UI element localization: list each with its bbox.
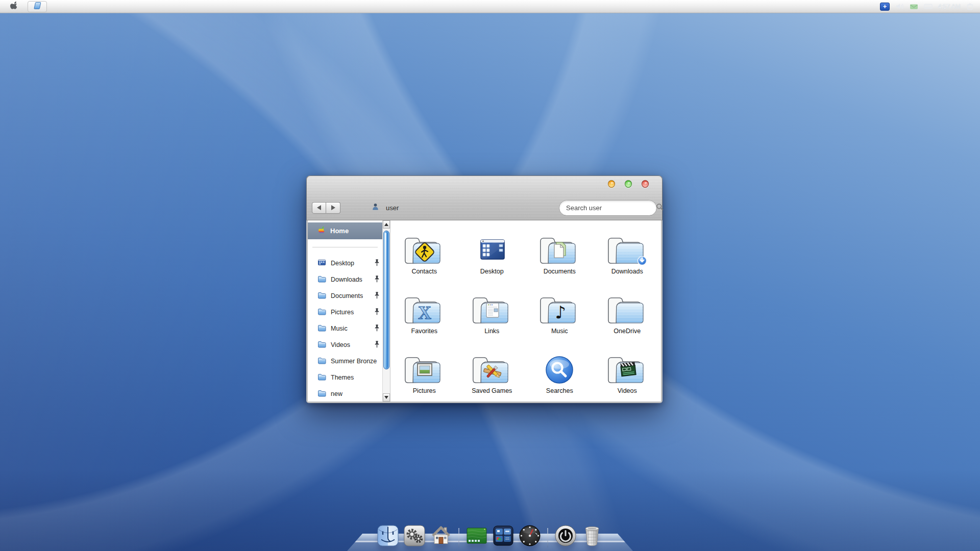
svg-text:♪: ♪ [555,302,566,322]
folder-document [538,226,581,266]
menubar-clock: 4:57 AM [938,3,961,10]
folder-item-label: Downloads [611,268,643,275]
folder-item-contacts[interactable]: Contacts [390,223,458,283]
folder-contacts-sign [403,226,446,266]
sidebar-item-downloads[interactable]: Downloads [308,271,382,288]
mini-folder-icon [317,340,326,349]
folder-item-label: Pictures [413,387,436,394]
folder-item-label: Links [484,328,499,335]
mini-desktop-icon [317,259,326,268]
folder-item-onedrive[interactable]: OneDrive [594,283,662,343]
sidebar-item-label: new [331,390,342,397]
pin-icon [374,259,380,268]
sidebar-item-home[interactable]: Home [308,222,382,239]
window-toolbar: user [312,199,657,216]
sidebar-item-desktop[interactable]: Desktop [308,255,382,271]
folder-plain [606,285,649,326]
window-titlebar[interactable]: user [306,176,663,220]
dock-power-icon[interactable] [554,524,577,547]
dock-finder-icon[interactable] [376,524,400,547]
folder-item-label: Favorites [411,328,437,335]
sidebar-item-pictures[interactable]: Pictures [308,304,382,320]
search-input[interactable] [566,204,656,212]
folder-item-documents[interactable]: Documents [526,223,594,283]
sidebar-home-label: Home [330,227,349,235]
folder-item-label: Videos [618,387,637,394]
window-button-minimize[interactable] [608,180,615,188]
folder-item-label: Documents [544,268,576,275]
sidebar-item-themes[interactable]: Themes [308,369,382,386]
search-box [559,200,657,216]
dock-home-icon[interactable] [429,524,453,547]
folder-item-label: Saved Games [472,387,512,394]
dock-separator [458,528,459,547]
sidebar: Home DesktopDownloadsDocumentsPicturesMu… [308,220,382,402]
dock-trash-icon[interactable] [580,524,604,547]
back-arrow-icon [317,205,321,210]
sidebar-scrollbar[interactable] [382,220,390,402]
mini-folder-icon [317,308,326,317]
svg-text:X: X [418,303,431,323]
dock-settings-icon[interactable] [403,524,426,547]
bin-icon[interactable] [966,3,974,10]
back-button[interactable] [312,202,326,214]
menubar: + 4:57 AM [0,0,980,13]
address-location: user [386,204,399,212]
folder-item-searches[interactable]: Searches [526,343,594,402]
folder-item-label: Searches [546,387,573,394]
folder-x: X [403,285,446,326]
keyboard-icon[interactable] [924,3,933,10]
folder-item-links[interactable]: Links [458,283,526,343]
folder-item-pictures[interactable]: Pictures [390,343,458,402]
sidebar-item-label: Pictures [331,309,354,316]
tray-expand-button[interactable]: + [880,3,890,11]
folder-note: ♪ [538,285,581,326]
folder-download-badge [606,226,649,266]
apple-icon [10,1,18,12]
sidebar-item-new[interactable]: new [308,386,382,402]
mini-folder-icon [317,324,326,333]
mini-folder-icon [317,275,326,284]
scrollbar-thumb[interactable] [383,231,389,369]
file-explorer-window: user Home DesktopDownloadsDocumentsPictu… [306,176,663,403]
folder-item-label: Desktop [480,268,504,275]
apple-menu[interactable] [8,1,20,12]
folder-item-videos[interactable]: Videos [594,343,662,402]
sidebar-item-documents[interactable]: Documents [308,288,382,304]
mini-folder-icon [317,373,326,382]
user-icon [372,203,379,212]
dock-widgets-icon[interactable] [492,524,515,547]
sidebar-item-label: Summer Bronze [331,358,377,365]
dock [337,515,643,551]
scroll-up-button[interactable] [383,220,390,229]
forward-arrow-icon [331,205,335,210]
dock-desktop-preview-icon[interactable] [465,524,488,547]
sidebar-item-label: Desktop [331,260,354,267]
rainbow-apple-icon [318,226,326,236]
window-button-zoom[interactable] [625,180,632,188]
dock-dashboard-gauge-icon[interactable] [518,524,542,547]
sidebar-item-label: Documents [331,292,363,299]
folder-item-saved-games[interactable]: Saved Games [458,343,526,402]
pin-icon [374,340,380,349]
sidebar-item-music[interactable]: Music [308,320,382,337]
sidebar-item-label: Videos [331,341,350,348]
folder-item-favorites[interactable]: XFavorites [390,283,458,343]
window-button-close[interactable] [642,180,649,188]
sidebar-item-summer-bronze[interactable]: Summer Bronze [308,353,382,369]
mail-icon[interactable] [910,3,918,10]
scroll-down-button[interactable] [383,393,390,402]
folder-webpage [471,285,513,326]
folder-icon [33,2,42,11]
folder-item-downloads[interactable]: Downloads [594,223,662,283]
volume-icon[interactable] [895,3,904,10]
arrow-down-icon [384,396,388,399]
search-icon[interactable] [656,203,664,213]
active-app-button[interactable] [28,1,47,12]
folder-item-music[interactable]: ♪Music [526,283,594,343]
forward-button[interactable] [326,202,340,214]
sidebar-item-videos[interactable]: Videos [308,337,382,353]
address-bar[interactable]: user [372,203,399,212]
folder-item-label: Music [551,328,568,335]
folder-item-desktop[interactable]: Desktop [458,223,526,283]
